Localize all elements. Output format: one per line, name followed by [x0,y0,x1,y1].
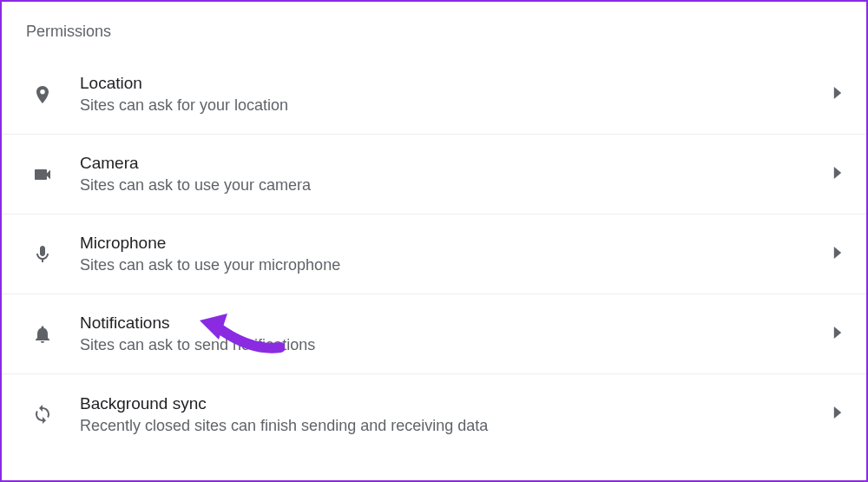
perm-item-background-sync[interactable]: Background sync Recently closed sites ca… [2,374,866,454]
perm-desc: Sites can ask to send notifications [80,336,833,354]
chevron-right-icon [833,327,842,342]
perm-text: Background sync Recently closed sites ca… [80,394,833,435]
perm-title: Notifications [80,314,833,333]
chevron-right-icon [833,247,842,262]
perm-desc: Recently closed sites can finish sending… [80,417,833,435]
chevron-right-icon [833,406,842,422]
section-title: Permissions [2,2,866,50]
perm-text: Microphone Sites can ask to use your mic… [80,234,833,274]
camera-icon [31,163,54,186]
chevron-right-icon [833,167,842,182]
mic-icon [31,243,54,266]
perm-title: Background sync [80,394,833,413]
perm-item-camera[interactable]: Camera Sites can ask to use your camera [2,135,866,215]
chevron-right-icon [833,87,842,102]
perm-title: Location [80,74,833,93]
permissions-section: Permissions Location Sites can ask for y… [2,2,866,454]
perm-text: Notifications Sites can ask to send noti… [80,314,833,354]
perm-desc: Sites can ask to use your microphone [80,256,833,274]
perm-text: Location Sites can ask for your location [80,74,833,115]
permissions-list: Location Sites can ask for your location… [2,55,866,454]
bell-icon [31,323,54,346]
sync-icon [31,403,54,426]
perm-desc: Sites can ask for your location [80,96,833,115]
perm-item-microphone[interactable]: Microphone Sites can ask to use your mic… [2,215,866,294]
perm-title: Microphone [80,234,833,253]
perm-desc: Sites can ask to use your camera [80,176,833,195]
perm-item-notifications[interactable]: Notifications Sites can ask to send noti… [2,294,866,374]
perm-item-location[interactable]: Location Sites can ask for your location [2,55,866,135]
location-icon [31,83,54,106]
perm-title: Camera [80,154,833,173]
perm-text: Camera Sites can ask to use your camera [80,154,833,195]
